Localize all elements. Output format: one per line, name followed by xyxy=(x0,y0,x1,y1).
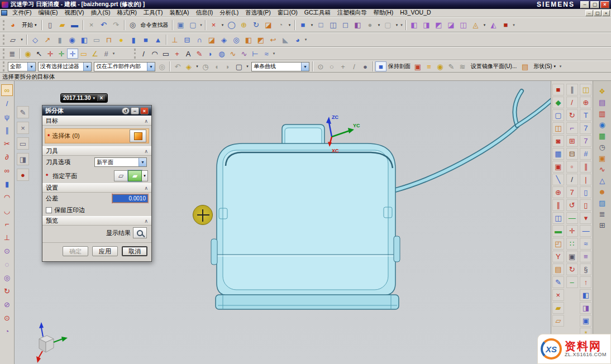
circle-boxed-icon[interactable]: ◎ xyxy=(1,272,13,284)
exploded-view-icon[interactable]: ◫ xyxy=(457,20,470,31)
cancel-button[interactable]: 取消 xyxy=(122,246,147,256)
trim-extend-icon[interactable]: ⊥ xyxy=(1,232,13,243)
emboss-icon[interactable]: ◪ xyxy=(206,34,218,45)
select-cursor-icon[interactable]: ↖ xyxy=(34,49,45,59)
two-circles-icon[interactable]: ∞ xyxy=(1,165,13,176)
subtract-icon[interactable]: ⊟ xyxy=(181,34,193,45)
menu-item[interactable]: GC工具箱 xyxy=(301,9,334,17)
mold-base-icon[interactable]: 7 xyxy=(580,122,591,134)
shape-menu-button[interactable]: 形状(S)▾ xyxy=(531,61,559,71)
collapse-caret-icon[interactable]: ∧ xyxy=(144,149,148,154)
toolbar-drag-handle[interactable] xyxy=(3,35,5,45)
wireframe-dim-icon[interactable]: ◫ xyxy=(327,20,340,31)
sphere-surface-icon[interactable]: ◍ xyxy=(216,49,227,59)
hole-icon[interactable]: ◉ xyxy=(66,34,78,45)
static-wireframe-icon[interactable]: □ xyxy=(315,20,327,31)
menu-item[interactable]: 信息(I) xyxy=(192,9,216,17)
assembly-constraints-icon[interactable]: ◧ xyxy=(408,20,421,31)
circle-point-icon[interactable]: ⊙ xyxy=(1,312,13,324)
snap-quadrant-icon[interactable]: ○ xyxy=(326,61,337,71)
start-menu-button[interactable]: 开始▾ xyxy=(19,20,40,30)
delete-icon[interactable]: × xyxy=(85,20,98,31)
redo-icon[interactable]: ↷ xyxy=(110,20,122,31)
visualization-icon[interactable]: ∿ xyxy=(596,164,608,175)
measure-tools-icon[interactable]: △ xyxy=(596,175,608,186)
circle-arrow-icon[interactable]: ◔ xyxy=(1,325,13,337)
line-icon[interactable]: / xyxy=(138,49,149,59)
grid-brown-icon[interactable]: ⊟ xyxy=(566,148,578,160)
history-icon[interactable]: ◷ xyxy=(596,141,608,152)
cavity-icon[interactable]: ◫ xyxy=(580,84,591,95)
dropdown-arrow-icon[interactable]: ▾ xyxy=(287,20,293,30)
annotate-icon[interactable]: ✎ xyxy=(446,61,457,71)
node-fork-icon[interactable]: Y xyxy=(552,251,564,262)
rotate-d-icon[interactable]: ↻ xyxy=(566,264,578,275)
diagonal-lines-icon[interactable]: ∥ xyxy=(566,84,578,95)
model-base[interactable] xyxy=(216,295,399,309)
mold-part-validation-icon[interactable]: ■ xyxy=(552,84,564,95)
assembly-sequence-icon[interactable]: ◩ xyxy=(433,20,445,31)
sketch-icon[interactable]: ▱ xyxy=(7,34,19,45)
pencil-diagonal-icon[interactable]: / xyxy=(566,174,578,185)
selection-filter-combo[interactable]: 没有选择过滤器▼ xyxy=(38,62,92,71)
sleeve-icon[interactable]: ▯ xyxy=(580,199,591,211)
palette-icon[interactable]: ▣ xyxy=(596,152,608,164)
date-overlay-dropdown-icon[interactable]: ▾ xyxy=(93,96,96,100)
studio-wireframe-icon[interactable]: ◻ xyxy=(340,20,352,31)
rotate-view-icon[interactable]: ↻ xyxy=(250,20,262,31)
edit-section-icon[interactable]: ◔ xyxy=(275,20,287,31)
toolbar-drag-handle[interactable] xyxy=(3,49,5,59)
color-map-icon[interactable]: ▦ xyxy=(552,148,564,160)
selection-scope-combo[interactable]: 仅在工作部件内部▼ xyxy=(94,62,155,71)
comb-icon[interactable]: # xyxy=(580,148,591,160)
tube-icon[interactable]: ⊢ xyxy=(250,49,261,59)
quick-trim-icon[interactable]: ✂ xyxy=(1,138,13,150)
child-minimize-button[interactable]: – xyxy=(585,10,593,16)
dropdown-arrow-icon[interactable]: ▾ xyxy=(482,20,488,30)
grid-icon[interactable]: # xyxy=(101,49,112,59)
preview-section-header[interactable]: 预览 ∧ xyxy=(42,216,151,226)
minimize-button[interactable]: – xyxy=(580,1,589,8)
runner-icon[interactable]: — xyxy=(580,225,591,237)
render-style-icon[interactable]: ◉ xyxy=(435,61,446,71)
zoom-icon[interactable]: ◯ xyxy=(226,20,238,31)
maximize-button[interactable]: ▢ xyxy=(590,1,599,8)
ok-button[interactable]: 确定 xyxy=(63,246,88,256)
close-window-icon[interactable]: × xyxy=(208,20,220,31)
move-component-icon[interactable]: ◨ xyxy=(421,20,433,31)
snap-arc-center-icon[interactable]: ⊙ xyxy=(315,61,326,71)
boss-icon[interactable]: ◧ xyxy=(78,34,90,45)
dropdown-arrow-icon[interactable]: ▾ xyxy=(19,35,25,45)
bridge-curve-icon[interactable]: ∿ xyxy=(227,49,238,59)
docked-tool-2-icon[interactable]: × xyxy=(17,122,29,134)
arc-sketch-icon[interactable]: ◠ xyxy=(1,191,13,203)
rotate-curve-icon[interactable]: ↻ xyxy=(1,285,13,297)
delete-red-icon[interactable]: × xyxy=(552,289,564,301)
slide-icon[interactable]: ◧ xyxy=(580,289,591,301)
rotate-red-icon[interactable]: ↻ xyxy=(566,109,578,121)
curve-rule-combo[interactable]: 单条曲线▼ xyxy=(251,62,309,71)
collapse-caret-icon[interactable]: ∧ xyxy=(144,218,148,224)
new-file-icon[interactable]: ▯ xyxy=(44,20,56,31)
snap-endpoint-icon[interactable]: ● xyxy=(360,61,371,71)
bushing-icon[interactable]: ▯ xyxy=(580,186,591,198)
undo-selection-icon[interactable]: ↶ xyxy=(172,61,183,71)
spring-icon[interactable]: ≡ xyxy=(580,251,591,262)
make-corner-icon[interactable]: ⌐ xyxy=(1,218,13,230)
model-body[interactable] xyxy=(211,143,400,295)
pocket-icon[interactable]: ▭ xyxy=(90,34,103,45)
shaded-face-icon[interactable]: ◪ xyxy=(262,20,275,31)
square-small-icon[interactable]: ▫ xyxy=(566,161,578,173)
reuse-library-icon[interactable]: ▥ xyxy=(596,108,608,119)
dialog-reset-button[interactable]: ↺ xyxy=(122,107,130,114)
snap-handle-red-icon[interactable]: ✛ xyxy=(45,49,56,59)
edge-blend-icon[interactable]: ◕ xyxy=(292,34,304,45)
pillar-icon[interactable]: ∥ xyxy=(580,161,591,173)
top-selection-icon[interactable]: ◖ xyxy=(211,61,222,71)
shape-book-icon[interactable]: ▤ xyxy=(519,61,531,71)
select-body-button[interactable] xyxy=(130,130,146,142)
rotate-ccw-icon[interactable]: ↺ xyxy=(566,199,578,211)
trim-body-icon[interactable]: ◧ xyxy=(242,34,255,45)
combo-arrow-icon[interactable]: ▼ xyxy=(83,63,91,71)
offset-curve-icon[interactable]: ∂ xyxy=(1,151,13,163)
